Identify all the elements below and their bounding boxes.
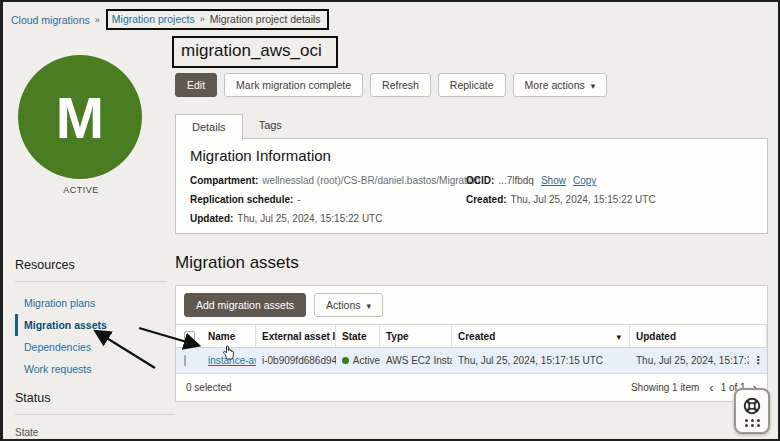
assets-table-toolbar: Add migration assets Actions — [176, 286, 767, 324]
recorder-dots-grid-icon — [745, 419, 760, 427]
recorder-ring-icon — [742, 396, 762, 416]
sidebar-item-migration-assets[interactable]: Migration assets — [15, 314, 167, 336]
asset-updated: Thu, Jul 25, 2024, 15:17:38 UTC — [630, 355, 749, 366]
replication-schedule-row: Replication schedule: - — [190, 194, 301, 205]
updated-row: Updated: Thu, Jul 25, 2024, 15:15:22 UTC — [190, 213, 382, 224]
page-title: migration_aws_oci — [181, 41, 322, 60]
updated-label: Updated: — [190, 213, 233, 224]
column-header-name[interactable]: Name — [202, 325, 256, 347]
project-avatar: M — [18, 55, 142, 179]
selected-count: 0 selected — [186, 382, 232, 393]
more-actions-button[interactable]: More actions — [513, 73, 608, 97]
column-header-type[interactable]: Type — [380, 325, 452, 347]
active-status-dot-icon — [342, 357, 349, 364]
chevron-down-icon — [367, 299, 372, 311]
ocid-label: OCID: — [466, 175, 494, 186]
asset-created: Thu, Jul 25, 2024, 15:17:15 UTC — [452, 355, 630, 366]
avatar-letter: M — [56, 84, 104, 151]
tab-details[interactable]: Details — [175, 114, 243, 140]
replication-schedule-label: Replication schedule: — [190, 194, 293, 205]
column-header-external-asset-id[interactable]: External asset ID — [256, 325, 336, 347]
breadcrumb-cloud-migrations[interactable]: Cloud migrations — [11, 14, 90, 26]
compartment-label: Compartment: — [190, 175, 258, 186]
details-tabs: Details Tags — [175, 113, 298, 139]
project-toolbar: Edit Mark migration complete Refresh Rep… — [175, 73, 607, 97]
breadcrumb-separator-icon: » — [200, 14, 205, 24]
ocid-show-link[interactable]: Show — [541, 175, 566, 186]
breadcrumb-migration-projects[interactable]: Migration projects — [112, 13, 195, 25]
breadcrumb-separator-icon: » — [95, 15, 100, 25]
sort-descending-icon[interactable] — [616, 331, 621, 342]
actions-label: Actions — [326, 299, 360, 311]
migration-information-panel: Migration Information Compartment: welln… — [175, 138, 768, 234]
resources-heading: Resources — [15, 258, 167, 282]
sidebar-item-work-requests[interactable]: Work requests — [15, 358, 167, 380]
edit-button[interactable]: Edit — [175, 73, 217, 97]
updated-value: Thu, Jul 25, 2024, 15:15:22 UTC — [237, 213, 382, 224]
breadcrumb: Cloud migrations » Migration projects » … — [11, 9, 329, 30]
breadcrumb-current: Migration project details — [210, 13, 321, 25]
status-badge: ACTIVE — [3, 185, 159, 195]
migration-project-details-page: Cloud migrations » Migration projects » … — [0, 0, 780, 441]
created-value: Thu, Jul 25, 2024, 15:15:22 UTC — [511, 194, 656, 205]
compartment-row: Compartment: wellnesslad (root)/CS-BR/da… — [190, 175, 480, 186]
resources-list: Migration plans Migration assets Depende… — [15, 292, 167, 380]
replicate-button[interactable]: Replicate — [438, 73, 506, 97]
table-header-row: Name External asset ID State Type Create… — [176, 324, 767, 348]
compartment-value: wellnesslad (root)/CS-BR/daniel.bastos/M… — [262, 175, 480, 186]
showing-count: Showing 1 item — [631, 382, 699, 393]
ocid-row: OCID: ...7lfbdq Show Copy — [466, 175, 596, 186]
asset-type: AWS EC2 Instance — [380, 355, 452, 366]
ocid-copy-link[interactable]: Copy — [573, 175, 596, 186]
sidebar-resources: Resources Migration plans Migration asse… — [15, 258, 167, 380]
asset-state: Active — [336, 355, 380, 366]
column-header-state[interactable]: State — [336, 325, 380, 347]
created-row: Created: Thu, Jul 25, 2024, 15:15:22 UTC — [466, 194, 656, 205]
row-checkbox[interactable] — [184, 355, 186, 366]
created-label: Created: — [466, 194, 507, 205]
asset-state-label: Active — [353, 355, 380, 366]
add-migration-assets-button[interactable]: Add migration assets — [184, 293, 306, 317]
migration-assets-heading: Migration assets — [175, 253, 299, 273]
table-footer: 0 selected Showing 1 item 1 of 1 — [176, 374, 767, 401]
actions-button[interactable]: Actions — [314, 293, 383, 317]
screen-recorder-widget[interactable] — [734, 388, 770, 434]
sidebar-item-dependencies[interactable]: Dependencies — [15, 336, 167, 358]
column-header-created[interactable]: Created — [452, 325, 630, 347]
asset-name-link[interactable]: instance-aws — [208, 355, 256, 366]
state-label: State — [15, 427, 175, 438]
mark-migration-complete-button[interactable]: Mark migration complete — [224, 73, 363, 97]
chevron-down-icon — [591, 79, 596, 91]
annotation-box-breadcrumb: Migration projects » Migration project d… — [106, 9, 329, 30]
tab-tags[interactable]: Tags — [243, 113, 298, 139]
ocid-value: ...7lfbdq — [498, 175, 534, 186]
table-row: instance-aws i-0b909fd686d94505d Active … — [176, 348, 767, 374]
more-actions-label: More actions — [525, 79, 585, 91]
annotation-box-title: migration_aws_oci — [172, 36, 338, 68]
created-header-label: Created — [458, 331, 495, 342]
pagination-prev-icon[interactable] — [709, 381, 713, 394]
refresh-button[interactable]: Refresh — [370, 73, 431, 97]
replication-schedule-value: - — [297, 194, 300, 205]
sidebar-item-migration-plans[interactable]: Migration plans — [15, 292, 167, 314]
column-header-updated[interactable]: Updated — [630, 325, 749, 347]
sidebar-status: Status State — [15, 391, 175, 441]
status-heading: Status — [15, 391, 175, 415]
asset-external-id: i-0b909fd686d94505d — [256, 355, 336, 366]
migration-assets-table: Add migration assets Actions Name Extern… — [175, 285, 768, 402]
row-actions-kebab-icon[interactable] — [753, 355, 764, 366]
migration-information-heading: Migration Information — [190, 147, 331, 164]
select-all-checkbox[interactable] — [184, 331, 195, 342]
